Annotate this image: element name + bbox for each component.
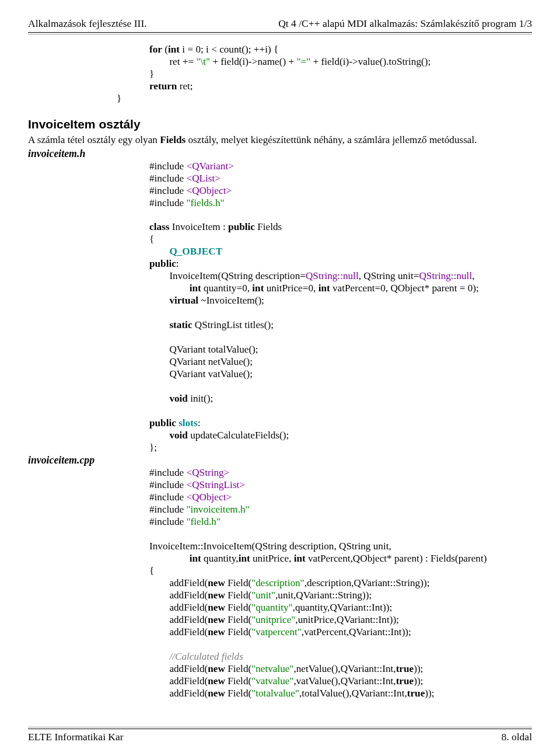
kw-class: class bbox=[149, 221, 169, 232]
t: A számla tétel osztály egy olyan bbox=[28, 134, 160, 145]
t: vatPercent,QObject* parent) : Fields(par… bbox=[306, 553, 487, 564]
n: 0 bbox=[242, 283, 247, 294]
kw-new: new bbox=[208, 590, 225, 601]
str: "\t" bbox=[196, 56, 210, 67]
t: ~InvoiceItem(); bbox=[198, 295, 264, 306]
t: Field( bbox=[225, 577, 251, 588]
inc: #include bbox=[149, 479, 186, 490]
t: Fields bbox=[255, 221, 282, 232]
colon: : bbox=[198, 417, 201, 428]
code-invoiceitem-h: #include <QVariant> #include <QList> #in… bbox=[149, 161, 532, 455]
kw-new: new bbox=[208, 577, 225, 588]
decl: QVariant vatValue(); bbox=[169, 368, 253, 379]
t: addField( bbox=[169, 590, 208, 601]
t: addField( bbox=[169, 626, 208, 637]
kw-new: new bbox=[208, 626, 225, 637]
comment-calculated: //Calculated fields bbox=[169, 651, 243, 662]
kw-new: new bbox=[208, 602, 225, 613]
t: addField( bbox=[169, 602, 208, 613]
kw-int: int bbox=[190, 553, 201, 564]
section-paragraph: A számla tétel osztály egy olyan Fields … bbox=[28, 134, 532, 147]
str: "unitprice" bbox=[251, 614, 295, 625]
inc-file: <QString> bbox=[186, 467, 229, 478]
t: QStringList titles(); bbox=[192, 319, 274, 330]
section-title-invoiceitem: InvoiceItem osztály bbox=[28, 117, 532, 132]
brace: { bbox=[149, 565, 154, 576]
inc: #include bbox=[149, 197, 186, 208]
t: ; i < count(); ++i) { bbox=[201, 44, 278, 55]
header-right: Qt 4 /C++ alapú MDI alkalmazás: Számlaké… bbox=[278, 18, 532, 30]
t: )); bbox=[414, 675, 423, 687]
kw-new: new bbox=[208, 663, 225, 674]
inc-file: <QObject> bbox=[186, 492, 232, 503]
decl: QVariant netValue(); bbox=[169, 356, 253, 367]
brace: } bbox=[117, 93, 121, 104]
code-closing-brace: } bbox=[117, 93, 532, 105]
inc: #include bbox=[149, 185, 186, 196]
page: Alkalmazások fejlesztése III. Qt 4 /C++ … bbox=[0, 0, 560, 756]
t: )); bbox=[425, 688, 434, 699]
str: "description" bbox=[251, 577, 304, 588]
t: unitPrice= bbox=[264, 283, 308, 294]
t: , QObject* parent = bbox=[386, 283, 468, 294]
t: Field( bbox=[225, 663, 251, 674]
t: Field( bbox=[225, 675, 251, 687]
footer-right: 8. oldal bbox=[502, 731, 533, 743]
file-label-cpp: invoiceitem.cpp bbox=[28, 454, 532, 467]
inc-file: "fields.h" bbox=[186, 197, 224, 208]
kw-int: int bbox=[239, 553, 250, 564]
t: quantity= bbox=[201, 283, 242, 294]
kw-return: return bbox=[149, 81, 177, 92]
kw-void: void bbox=[169, 430, 188, 441]
inc: #include bbox=[149, 467, 186, 478]
t: Field( bbox=[225, 590, 251, 601]
t: osztály, melyet kiegészítettünk néhány, … bbox=[186, 134, 477, 145]
brace: } bbox=[149, 68, 154, 79]
n: 0 bbox=[308, 283, 313, 294]
kw-true: true bbox=[396, 663, 414, 674]
str: "netvalue" bbox=[251, 663, 293, 674]
kw-int: int bbox=[294, 553, 306, 564]
kw-public: public bbox=[149, 258, 176, 269]
inc: #include bbox=[149, 492, 186, 503]
inc: #include bbox=[149, 173, 186, 184]
kw-slots: slots bbox=[178, 417, 197, 428]
t: ,vatPercent,QVariant::Int)); bbox=[302, 626, 411, 637]
t: ,totalValue(),QVariant::Int, bbox=[299, 688, 407, 699]
kw-static: static bbox=[169, 319, 192, 330]
kw-int: int bbox=[252, 283, 264, 294]
header-left: Alkalmazások fejlesztése III. bbox=[28, 18, 147, 30]
ctor-sig1: InvoiceItem::InvoiceItem(QString descrip… bbox=[149, 541, 391, 552]
inc-file: <QStringList> bbox=[186, 479, 245, 490]
t: Field( bbox=[225, 688, 251, 699]
kw-true: true bbox=[396, 675, 414, 687]
t: , bbox=[313, 283, 318, 294]
inc-file: <QList> bbox=[186, 173, 220, 184]
t: ret; bbox=[177, 81, 192, 92]
kw-public: public bbox=[149, 417, 176, 428]
code-invoiceitem-cpp: #include <QString> #include <QStringList… bbox=[149, 467, 532, 700]
kw-int: int bbox=[190, 283, 201, 294]
t: addField( bbox=[169, 675, 208, 687]
kw-void: void bbox=[169, 393, 188, 404]
qnull: QString::null bbox=[306, 270, 359, 281]
t: InvoiceItem : bbox=[169, 221, 228, 232]
kw-true: true bbox=[407, 688, 425, 699]
inc-file: "field.h" bbox=[186, 516, 220, 527]
num: 0 bbox=[195, 44, 201, 55]
t: addField( bbox=[169, 577, 208, 588]
footer-line: ELTE Informatikai Kar 8. oldal bbox=[28, 729, 532, 743]
footer: ELTE Informatikai Kar 8. oldal bbox=[28, 727, 532, 743]
inc: #include bbox=[149, 161, 186, 172]
t: addField( bbox=[169, 614, 208, 625]
code-snippet-top: for (int i = 0; i < count(); ++i) { ret … bbox=[149, 44, 532, 93]
t: vatPercent= bbox=[330, 283, 381, 294]
t: Field( bbox=[225, 614, 251, 625]
brace: { bbox=[149, 234, 154, 245]
footer-left: ELTE Informatikai Kar bbox=[28, 731, 124, 743]
kw-new: new bbox=[208, 688, 225, 699]
t: Field( bbox=[225, 602, 251, 613]
t: ret += bbox=[169, 56, 196, 67]
header-bar: Alkalmazások fejlesztése III. Qt 4 /C++ … bbox=[28, 18, 532, 33]
header-underline bbox=[28, 34, 532, 34]
